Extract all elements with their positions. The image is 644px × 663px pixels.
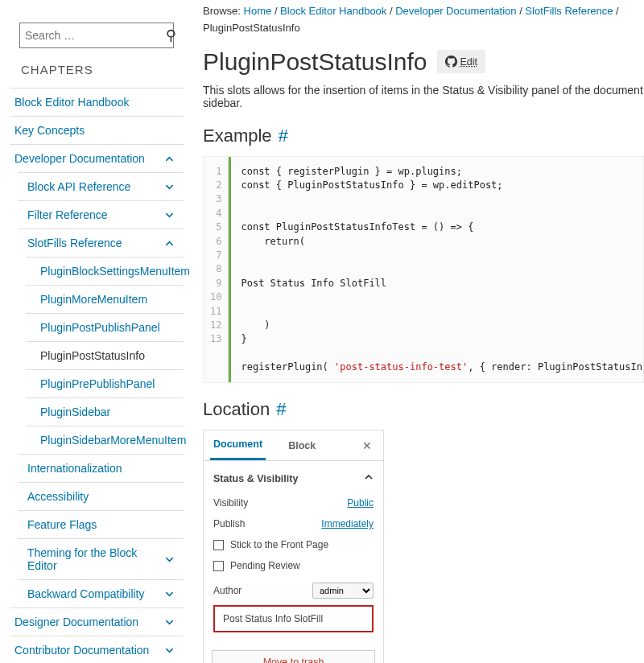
sidebar-item[interactable]: Internationalization bbox=[18, 455, 184, 482]
sidebar-item[interactable]: Accessibility bbox=[18, 483, 184, 510]
sidebar-item[interactable]: Key Concepts bbox=[10, 117, 184, 144]
anchor-link[interactable]: # bbox=[279, 126, 288, 146]
move-to-trash-button[interactable]: Move to trash bbox=[212, 650, 375, 663]
code-gutter: 1 2 3 4 5 6 7 8 9 10 11 12 13 bbox=[204, 157, 229, 383]
checkbox-label: Pending Review bbox=[230, 560, 300, 571]
row-label: Visibility bbox=[213, 497, 248, 509]
row-label: Publish bbox=[213, 518, 245, 529]
publish-row: Publish Immediately bbox=[213, 513, 374, 534]
search-icon[interactable]: ⚲ bbox=[166, 27, 176, 44]
sidebar-item-label[interactable]: Filter Reference bbox=[27, 208, 108, 221]
sidebar-item[interactable]: Feature Flags bbox=[18, 511, 184, 538]
sidebar-item-label[interactable]: Backward Compatibility bbox=[27, 587, 145, 600]
sidebar-item[interactable]: Block Editor Handbook bbox=[10, 89, 184, 116]
sidebar-item-label[interactable]: Developer Documentation bbox=[14, 152, 145, 165]
publish-link[interactable]: Immediately bbox=[321, 518, 374, 529]
stick-checkbox[interactable]: Stick to the Front Page bbox=[213, 534, 374, 555]
sidebar-item-label[interactable]: Theming for the Block Editor bbox=[27, 546, 165, 572]
github-icon bbox=[445, 56, 457, 68]
sidebar-item-label[interactable]: PluginSidebarMoreMenuItem bbox=[40, 434, 186, 447]
section-label: Example bbox=[203, 126, 272, 146]
location-section: Status & Visibility Visibility Public Pu… bbox=[204, 461, 383, 645]
sidebar-item[interactable]: Theming for the Block Editor bbox=[18, 539, 184, 579]
search-input[interactable] bbox=[25, 29, 166, 42]
section-label: Location bbox=[203, 399, 270, 419]
main-content: Browse: Home / Block Editor Handbook / D… bbox=[193, 0, 644, 663]
close-icon[interactable]: ✕ bbox=[357, 434, 377, 457]
chevron-up-icon[interactable] bbox=[165, 239, 174, 248]
sidebar-item[interactable]: Developer Documentation bbox=[10, 145, 184, 172]
sidebar: ⚲ CHAPTERS Block Editor HandbookKey Conc… bbox=[0, 0, 193, 663]
sidebar-item[interactable]: PluginPostPublishPanel bbox=[26, 314, 184, 341]
tab-document[interactable]: Document bbox=[210, 430, 266, 460]
sidebar-item[interactable]: PluginBlockSettingsMenuItem bbox=[26, 257, 184, 285]
code-body: const { registerPlugin } = wp.plugins; c… bbox=[229, 157, 644, 383]
sidebar-item-label[interactable]: PluginBlockSettingsMenuItem bbox=[40, 265, 190, 278]
checkbox-icon bbox=[213, 540, 224, 550]
sidebar-item[interactable]: Filter Reference bbox=[18, 201, 184, 229]
breadcrumb-link[interactable]: Home bbox=[244, 5, 272, 17]
sidebar-item-label[interactable]: SlotFills Reference bbox=[27, 237, 122, 249]
page-title-text: PluginPostStatusInfo bbox=[203, 48, 427, 76]
sidebar-item-label[interactable]: Designer Documentation bbox=[14, 616, 138, 628]
lead-text: This slots allows for the insertion of i… bbox=[203, 84, 644, 109]
author-row: Author admin bbox=[213, 576, 374, 602]
sidebar-item[interactable]: SlotFills Reference bbox=[18, 229, 184, 257]
breadcrumb-link[interactable]: Developer Documentation bbox=[395, 5, 516, 17]
anchor-link[interactable]: # bbox=[276, 399, 286, 419]
chapters-heading: CHAPTERS bbox=[21, 63, 172, 76]
section-location-heading: Location # bbox=[203, 399, 644, 420]
sidebar-item-label[interactable]: Block Editor Handbook bbox=[14, 96, 129, 109]
author-label: Author bbox=[213, 585, 242, 596]
search-box[interactable]: ⚲ bbox=[19, 23, 174, 48]
section-title: Status & Visibility bbox=[213, 473, 298, 484]
sidebar-item[interactable]: Contributor Documentation bbox=[10, 636, 184, 663]
sidebar-item-label[interactable]: PluginPostStatusInfo bbox=[40, 349, 145, 362]
sidebar-item[interactable]: Backward Compatibility bbox=[18, 580, 184, 607]
sidebar-item[interactable]: PluginMoreMenuItem bbox=[26, 286, 184, 313]
nav-list: Block Editor HandbookKey ConceptsDevelop… bbox=[10, 88, 184, 663]
slotfill-highlight: Post Status Info SlotFill bbox=[213, 605, 374, 632]
sidebar-item-label[interactable]: Block API Reference bbox=[27, 180, 130, 193]
section-example-heading: Example # bbox=[203, 126, 644, 146]
sidebar-item-label[interactable]: Feature Flags bbox=[27, 518, 97, 531]
tab-block[interactable]: Block bbox=[285, 432, 319, 459]
breadcrumb-link[interactable]: Block Editor Handbook bbox=[280, 5, 386, 17]
breadcrumb: Browse: Home / Block Editor Handbook / D… bbox=[203, 3, 644, 37]
breadcrumb-link[interactable]: SlotFills Reference bbox=[525, 5, 613, 17]
sidebar-item-label[interactable]: PluginSidebar bbox=[40, 406, 110, 418]
pending-checkbox[interactable]: Pending Review bbox=[213, 555, 374, 576]
page-title: PluginPostStatusInfo Edit bbox=[203, 48, 644, 76]
sidebar-item[interactable]: PluginPostStatusInfo bbox=[26, 342, 184, 369]
edit-label: Edit bbox=[460, 56, 478, 68]
visibility-link[interactable]: Public bbox=[347, 497, 374, 509]
section-toggle[interactable]: Status & Visibility bbox=[213, 467, 374, 492]
sidebar-item[interactable]: Block API Reference bbox=[18, 173, 184, 200]
chevron-up-icon[interactable] bbox=[165, 154, 174, 163]
sidebar-item-label[interactable]: Contributor Documentation bbox=[14, 644, 149, 657]
sidebar-item-label[interactable]: Accessibility bbox=[27, 490, 89, 503]
chevron-down-icon[interactable] bbox=[165, 618, 174, 627]
sidebar-item[interactable]: PluginSidebar bbox=[26, 398, 184, 426]
breadcrumb-prefix: Browse: bbox=[203, 5, 244, 17]
sidebar-item[interactable]: PluginSidebarMoreMenuItem bbox=[26, 426, 184, 454]
code-block: 1 2 3 4 5 6 7 8 9 10 11 12 13 const { re… bbox=[203, 156, 644, 384]
chevron-down-icon[interactable] bbox=[165, 183, 174, 191]
sidebar-item[interactable]: Designer Documentation bbox=[10, 608, 184, 636]
chevron-down-icon[interactable] bbox=[165, 590, 174, 599]
sidebar-item-label[interactable]: Internationalization bbox=[27, 462, 122, 475]
sidebar-item-label[interactable]: PluginMoreMenuItem bbox=[40, 293, 147, 306]
location-panel: Document Block ✕ Status & Visibility Vis… bbox=[203, 430, 384, 663]
sidebar-item-label[interactable]: Key Concepts bbox=[14, 124, 85, 137]
chevron-down-icon[interactable] bbox=[165, 211, 174, 220]
visibility-row: Visibility Public bbox=[213, 492, 374, 513]
edit-button[interactable]: Edit bbox=[437, 50, 486, 73]
sidebar-item[interactable]: PluginPrePublishPanel bbox=[26, 370, 184, 397]
breadcrumb-current: PluginPostStatusInfo bbox=[203, 22, 300, 34]
chevron-down-icon[interactable] bbox=[165, 646, 174, 655]
author-select[interactable]: admin bbox=[312, 583, 374, 599]
checkbox-label: Stick to the Front Page bbox=[230, 539, 328, 550]
chevron-down-icon[interactable] bbox=[165, 555, 174, 564]
sidebar-item-label[interactable]: PluginPostPublishPanel bbox=[40, 321, 160, 334]
sidebar-item-label[interactable]: PluginPrePublishPanel bbox=[40, 377, 155, 390]
